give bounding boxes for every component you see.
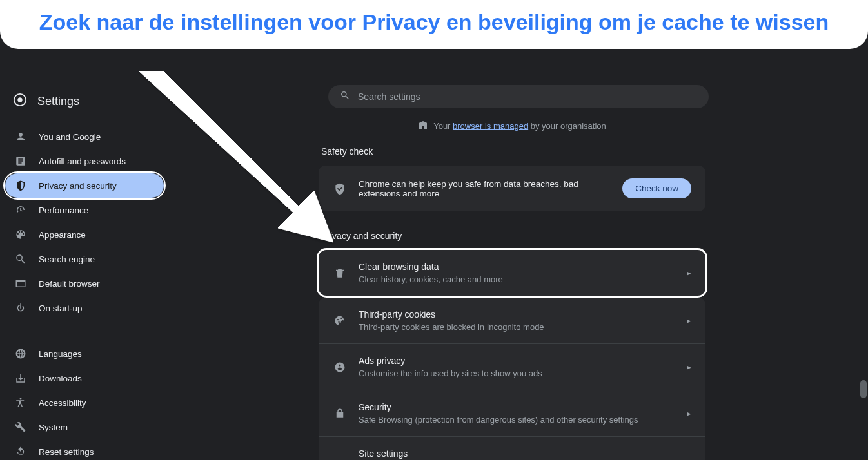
row-title: Clear browsing data (359, 262, 675, 272)
sidebar-item-accessibility[interactable]: Accessibility (5, 390, 164, 415)
annotation-text: Zoek naar de instellingen voor Privacy e… (39, 10, 829, 34)
sidebar-item-performance[interactable]: Performance (5, 198, 164, 222)
sidebar-item-search-engine[interactable]: Search engine (5, 247, 164, 271)
managed-banner: Your browser is managed by your organisa… (319, 120, 705, 132)
wrench-icon (14, 421, 27, 433)
sidebar-item-label: Languages (39, 349, 82, 359)
sidebar-item-reset[interactable]: Reset settings (5, 439, 164, 460)
safety-check-message: Chrome can help keep you safe from data … (359, 179, 611, 198)
security-row[interactable]: Security Safe Browsing (protection from … (319, 390, 705, 437)
clear-browsing-data-row[interactable]: Clear browsing data Clear history, cooki… (319, 250, 705, 296)
scrollbar-thumb[interactable] (860, 380, 867, 398)
sidebar-item-label: On start-up (39, 303, 83, 313)
search-settings-input[interactable]: Search settings (328, 85, 709, 108)
main-panel: Search settings Your browser is managed … (169, 80, 868, 460)
palette-icon (14, 229, 27, 240)
shield-check-icon (333, 182, 347, 195)
row-title: Security (359, 402, 675, 412)
row-subtitle: Customise the info used by sites to show… (359, 369, 675, 378)
reset-icon (14, 446, 27, 457)
cookie-icon (333, 315, 347, 327)
accessibility-icon (14, 397, 27, 408)
search-icon (14, 253, 27, 265)
sidebar: Settings You and Google Autofill and pas… (0, 80, 169, 460)
chevron-right-icon: ▸ (687, 316, 691, 325)
managed-link[interactable]: browser is managed (453, 121, 528, 131)
power-icon (14, 302, 27, 314)
trash-icon (333, 267, 347, 279)
sidebar-item-autofill[interactable]: Autofill and passwords (5, 149, 164, 173)
row-title: Site settings (359, 448, 675, 459)
privacy-security-heading: Privacy and security (321, 231, 705, 241)
sidebar-header: Settings (0, 85, 169, 120)
sidebar-item-system[interactable]: System (5, 415, 164, 439)
sidebar-divider (0, 331, 169, 331)
privacy-options-card: Third-party cookies Third-party cookies … (319, 298, 705, 460)
sidebar-item-label: Accessibility (39, 398, 86, 408)
sidebar-title: Settings (37, 95, 79, 108)
sidebar-item-label: Autofill and passwords (39, 157, 126, 166)
search-icon (340, 90, 350, 103)
sidebar-item-on-startup[interactable]: On start-up (5, 296, 164, 320)
ads-privacy-row[interactable]: Ads privacy Customise the info used by s… (319, 344, 705, 390)
safety-check-card: Chrome can help keep you safe from data … (319, 166, 705, 211)
sidebar-item-you-and-google[interactable]: You and Google (5, 124, 164, 149)
chevron-right-icon: ▸ (687, 408, 691, 418)
person-icon (14, 131, 27, 142)
chevron-right-icon: ▸ (687, 268, 691, 278)
check-now-button[interactable]: Check now (622, 178, 691, 198)
sidebar-item-label: Downloads (39, 374, 82, 383)
row-subtitle: Clear history, cookies, cache and more (359, 274, 675, 284)
sidebar-item-label: Reset settings (39, 447, 94, 457)
sidebar-item-label: Appearance (39, 230, 86, 240)
sidebar-item-label: You and Google (39, 132, 101, 142)
browser-icon (14, 278, 27, 289)
sidebar-item-label: Default browser (39, 279, 100, 289)
autofill-icon (14, 155, 27, 167)
scrollbar[interactable] (860, 164, 867, 460)
annotation-banner: Zoek naar de instellingen voor Privacy e… (0, 0, 868, 49)
chrome-logo-icon (13, 93, 27, 110)
row-subtitle: Safe Browsing (protection from dangerous… (359, 415, 675, 425)
search-placeholder: Search settings (358, 91, 420, 102)
sidebar-item-privacy-security[interactable]: Privacy and security (5, 173, 164, 198)
managed-suffix: by your organisation (528, 121, 606, 131)
row-title: Ads privacy (359, 356, 675, 366)
ads-icon (333, 361, 347, 373)
clear-browsing-data-card: Clear browsing data Clear history, cooki… (319, 250, 705, 296)
building-icon (418, 120, 428, 132)
sidebar-item-label: System (39, 423, 68, 432)
speedometer-icon (14, 204, 27, 216)
download-icon (14, 372, 27, 384)
globe-icon (14, 348, 27, 359)
lock-icon (333, 408, 347, 419)
sidebar-item-label: Privacy and security (39, 181, 117, 191)
third-party-cookies-row[interactable]: Third-party cookies Third-party cookies … (319, 298, 705, 344)
sidebar-item-languages[interactable]: Languages (5, 341, 164, 366)
site-settings-row[interactable]: Site settings Controls what information … (319, 437, 705, 460)
sidebar-item-downloads[interactable]: Downloads (5, 366, 164, 390)
svg-point-1 (17, 97, 22, 102)
shield-icon (14, 180, 27, 191)
sidebar-item-default-browser[interactable]: Default browser (5, 271, 164, 296)
managed-prefix: Your (433, 121, 453, 131)
sidebar-item-label: Performance (39, 206, 88, 215)
chevron-right-icon: ▸ (687, 362, 691, 372)
safety-check-heading: Safety check (321, 146, 705, 157)
sidebar-item-appearance[interactable]: Appearance (5, 222, 164, 247)
row-subtitle: Third-party cookies are blocked in Incog… (359, 322, 675, 332)
row-title: Third-party cookies (359, 309, 675, 320)
sidebar-item-label: Search engine (39, 254, 95, 264)
